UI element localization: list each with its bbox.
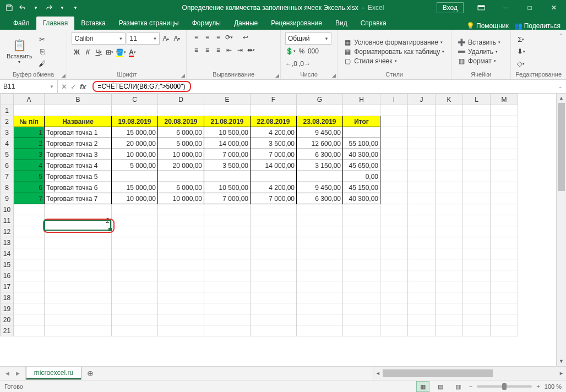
cell-A20[interactable] (14, 314, 45, 325)
align-left-icon[interactable]: ≡ (191, 45, 201, 55)
cell-C17[interactable] (112, 281, 158, 292)
cell-F19[interactable] (251, 303, 297, 314)
cell-I9[interactable] (380, 193, 408, 204)
cell-L8[interactable] (463, 182, 491, 193)
cell-F2[interactable]: 22.08.2019 (251, 116, 297, 127)
cell-M18[interactable] (491, 292, 518, 303)
font-size-combo[interactable]: 11▼ (127, 32, 160, 45)
cell-L20[interactable] (463, 314, 491, 325)
cell-B7[interactable]: Торговая точка 5 (45, 171, 112, 182)
col-header-M[interactable]: M (491, 94, 518, 105)
cell-I6[interactable] (380, 160, 408, 171)
cell-F18[interactable] (251, 292, 297, 303)
row-header-19[interactable]: 19 (1, 303, 14, 314)
cell-A13[interactable] (14, 237, 45, 248)
cell-C11[interactable] (112, 215, 158, 226)
tab-view[interactable]: Вид (329, 17, 354, 30)
col-header-J[interactable]: J (408, 94, 436, 105)
cell-C2[interactable]: 19.08.2019 (112, 116, 158, 127)
row-header-10[interactable]: 10 (1, 204, 14, 215)
enter-formula-icon[interactable]: ✓ (70, 83, 77, 91)
cell-M10[interactable] (491, 204, 518, 215)
col-header-L[interactable]: L (463, 94, 491, 105)
horizontal-scrollbar[interactable]: ◄ ► (373, 367, 566, 380)
cell-E1[interactable] (204, 105, 251, 116)
fill-icon[interactable]: ⬇▾ (515, 46, 526, 57)
cell-I12[interactable] (380, 226, 408, 237)
row-header-12[interactable]: 12 (1, 226, 14, 237)
cell-K15[interactable] (436, 259, 463, 270)
cell-I19[interactable] (380, 303, 408, 314)
cell-C13[interactable] (112, 237, 158, 248)
row-header-8[interactable]: 8 (1, 182, 14, 193)
cell-B18[interactable] (45, 292, 112, 303)
cell-H4[interactable]: 55 100,00 (343, 138, 380, 149)
cell-J11[interactable] (408, 215, 436, 226)
cell-C12[interactable] (112, 226, 158, 237)
cell-H14[interactable] (343, 248, 380, 259)
cell-D18[interactable] (158, 292, 204, 303)
cell-H9[interactable]: 40 300,00 (343, 193, 380, 204)
col-header-B[interactable]: B (45, 94, 112, 105)
col-header-D[interactable]: D (158, 94, 204, 105)
cell-A10[interactable] (14, 204, 45, 215)
select-all-corner[interactable] (1, 94, 14, 105)
cell-H1[interactable] (343, 105, 380, 116)
cell-I2[interactable] (380, 116, 408, 127)
cell-F15[interactable] (251, 259, 297, 270)
cell-C21[interactable] (112, 325, 158, 336)
col-header-E[interactable]: E (204, 94, 251, 105)
sign-in-button[interactable]: Вход (437, 2, 464, 13)
share-button[interactable]: 👥 Поделиться (514, 22, 560, 30)
cell-B14[interactable] (45, 248, 112, 259)
decrease-font-icon[interactable]: A▾ (172, 34, 182, 43)
cell-F9[interactable]: 7 000,00 (251, 193, 297, 204)
normal-view-icon[interactable]: ▦ (416, 381, 429, 392)
cell-M8[interactable] (491, 182, 518, 193)
tab-file[interactable]: Файл (7, 17, 36, 30)
cell-D14[interactable] (158, 248, 204, 259)
fill-color-button[interactable]: 🪣▾ (116, 47, 126, 57)
cell-D9[interactable]: 10 000,00 (158, 193, 204, 204)
cell-M16[interactable] (491, 270, 518, 281)
tab-data[interactable]: Данные (227, 17, 264, 30)
col-header-G[interactable]: G (297, 94, 343, 105)
cell-G12[interactable] (297, 226, 343, 237)
row-header-17[interactable]: 17 (1, 281, 14, 292)
cell-A8[interactable]: 6 (14, 182, 45, 193)
cell-J16[interactable] (408, 270, 436, 281)
cell-B2[interactable]: Название (45, 116, 112, 127)
zoom-level[interactable]: 100 % (545, 383, 562, 390)
cell-G2[interactable]: 23.08.2019 (297, 116, 343, 127)
cell-F7[interactable] (251, 171, 297, 182)
cell-M21[interactable] (491, 325, 518, 336)
sheet-nav-next-icon[interactable]: ► (15, 370, 21, 377)
cell-D16[interactable] (158, 270, 204, 281)
cell-B19[interactable] (45, 303, 112, 314)
align-top-icon[interactable]: ≡ (191, 32, 201, 42)
cell-L9[interactable] (463, 193, 491, 204)
cell-G1[interactable] (297, 105, 343, 116)
cell-M12[interactable] (491, 226, 518, 237)
cell-C18[interactable] (112, 292, 158, 303)
cell-F14[interactable] (251, 248, 297, 259)
cell-J7[interactable] (408, 171, 436, 182)
cell-B15[interactable] (45, 259, 112, 270)
font-name-combo[interactable]: Calibri▼ (72, 32, 126, 45)
cell-I20[interactable] (380, 314, 408, 325)
cell-E14[interactable] (204, 248, 251, 259)
row-header-18[interactable]: 18 (1, 292, 14, 303)
page-layout-view-icon[interactable]: ▤ (434, 381, 447, 392)
cell-G21[interactable] (297, 325, 343, 336)
undo-dropdown-icon[interactable]: ▼ (30, 2, 42, 14)
row-header-2[interactable]: 2 (1, 116, 14, 127)
cell-L7[interactable] (463, 171, 491, 182)
decrease-decimal-icon[interactable]: ,0→ (298, 59, 311, 69)
cell-D11[interactable] (158, 215, 204, 226)
row-header-14[interactable]: 14 (1, 248, 14, 259)
tab-page-layout[interactable]: Разметка страницы (112, 17, 186, 30)
sheet-nav-prev-icon[interactable]: ◄ (4, 370, 10, 377)
cell-B10[interactable] (45, 204, 112, 215)
font-color-button[interactable]: A▾ (127, 47, 137, 57)
cell-A7[interactable]: 5 (14, 171, 45, 182)
